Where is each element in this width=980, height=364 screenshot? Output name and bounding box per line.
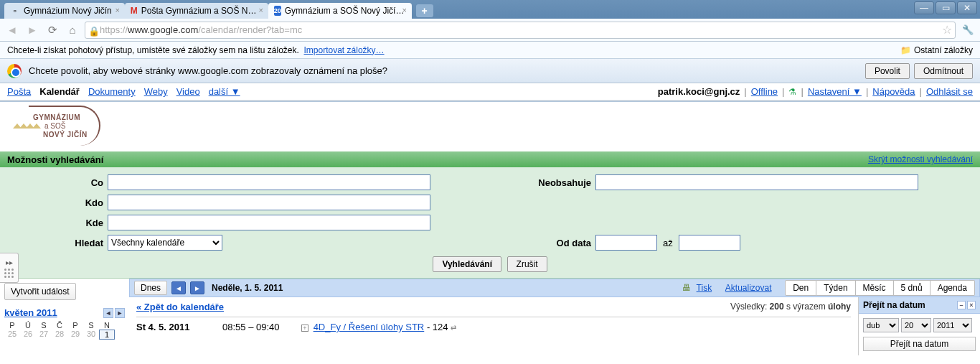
folder-icon: 📁	[900, 45, 911, 55]
view-month[interactable]: Měsíc	[856, 280, 894, 296]
chrome-icon	[7, 64, 22, 78]
minimize-panel-icon[interactable]: –	[957, 301, 966, 309]
goto-date-panel: Přejít na datum – × dub 20 2011 Přejít n…	[858, 297, 980, 355]
settings-link[interactable]: Nastavení ▼	[808, 86, 862, 97]
goto-month-select[interactable]: dub	[863, 318, 899, 332]
browser-tab-2[interactable]: 20 Gymnázium a SOŠ Nový Jičí… ×	[268, 3, 412, 19]
close-icon[interactable]: ×	[113, 6, 122, 14]
gbar-link-kalendar[interactable]: Kalendář	[39, 86, 80, 97]
search-options-header: Možnosti vyhledávání Skrýt možnosti vyhl…	[0, 151, 980, 167]
signout-link[interactable]: Odhlásit se	[926, 86, 973, 97]
url-host: www.google.com	[128, 24, 198, 35]
window-maximize-button[interactable]: ▭	[936, 1, 956, 14]
label-not: Neobsahuje	[430, 177, 595, 188]
input-where[interactable]	[108, 215, 430, 230]
bookmark-star-icon[interactable]: ☆	[942, 23, 952, 37]
gmail-icon: M	[131, 6, 138, 16]
goto-day-select[interactable]: 20	[901, 318, 931, 332]
event-time: 08:55 – 09:40	[222, 322, 301, 332]
gbar-link-more[interactable]: další ▼	[209, 86, 240, 97]
goto-year-select[interactable]: 2011	[933, 318, 972, 332]
other-bookmarks-link[interactable]: Ostatní záložky	[914, 45, 973, 55]
allow-button[interactable]: Povolit	[865, 63, 910, 79]
search-button[interactable]: Vyhledávání	[433, 256, 501, 272]
search-title: Možnosti vyhledávání	[7, 154, 103, 165]
calendar-badge-icon: 20	[274, 6, 281, 16]
prev-period-button[interactable]: ◄	[171, 281, 186, 294]
select-searchin[interactable]: Všechny kalendáře	[108, 235, 222, 251]
input-from-date[interactable]	[595, 235, 657, 251]
event-title-link[interactable]: 4D_Fy / Řešení úlohy STR	[314, 322, 425, 332]
back-button[interactable]: ◄	[4, 22, 20, 38]
tab-title: Pošta Gymnázium a SOŠ N…	[141, 6, 257, 16]
reload-button[interactable]: ⟳	[44, 22, 60, 38]
today-button[interactable]: Dnes	[134, 281, 167, 295]
labs-icon[interactable]: ⚗	[788, 87, 796, 97]
wrench-menu-icon[interactable]: 🔧	[960, 22, 976, 38]
label-what: Co	[7, 177, 108, 188]
input-to-date[interactable]	[679, 235, 740, 251]
expand-icon[interactable]: +	[301, 325, 308, 332]
label-fromdate: Od data	[430, 238, 595, 248]
refresh-link[interactable]: Aktualizovat	[725, 283, 772, 293]
next-period-button[interactable]: ►	[190, 281, 204, 294]
deny-button[interactable]: Odmítnout	[914, 63, 973, 79]
input-not[interactable]	[595, 174, 918, 190]
right-content: Dnes ◄ ► Neděle, 1. 5. 2011 🖶 Tisk Aktua…	[129, 279, 980, 355]
browser-tab-1[interactable]: M Pošta Gymnázium a SOŠ N… ×	[125, 3, 268, 19]
window-close-button[interactable]: ✕	[957, 1, 977, 14]
help-link[interactable]: Nápověda	[872, 86, 915, 97]
results-list: « Zpět do kalendáře Výsledky: 200 s výra…	[129, 297, 858, 355]
recurring-icon: ⇄	[451, 324, 456, 332]
infobar-text: Chcete povolit, aby webové stránky www.g…	[29, 65, 387, 76]
back-to-calendar-link[interactable]: « Zpět do kalendáře	[136, 302, 224, 312]
offline-link[interactable]: Offline	[751, 86, 778, 97]
mini-prev-month[interactable]: ◄	[103, 308, 113, 318]
input-what[interactable]	[108, 174, 430, 190]
close-panel-icon[interactable]: ×	[967, 301, 976, 309]
event-suffix: - 124	[427, 322, 448, 332]
main-area: Vytvořit událost květen 2011 ◄ ► PÚSČPSN…	[0, 279, 980, 355]
date-toolbar: Dnes ◄ ► Neděle, 1. 5. 2011 🖶 Tisk Aktua…	[129, 279, 980, 297]
notification-infobar: Chcete povolit, aby webové stránky www.g…	[0, 59, 980, 83]
gbar-link-weby[interactable]: Weby	[144, 86, 168, 97]
label-where: Kde	[7, 218, 108, 228]
mini-calendar[interactable]: PÚSČPSN 2526272829301	[4, 321, 125, 340]
print-link[interactable]: Tisk	[697, 283, 712, 293]
tab-title: Gymnázium Nový Jičín	[24, 6, 112, 16]
url-path: /calendar/render?tab=mc	[198, 24, 302, 35]
window-minimize-button[interactable]: —	[914, 1, 934, 14]
side-drawer-handle[interactable]: ▸▸	[0, 253, 19, 283]
close-icon[interactable]: ×	[400, 6, 409, 14]
home-button[interactable]: ⌂	[65, 22, 80, 38]
left-column: Vytvořit událost květen 2011 ◄ ► PÚSČPSN…	[0, 279, 129, 355]
user-email: patrik.koci@gnj.cz	[658, 86, 740, 97]
cancel-button[interactable]: Zrušit	[507, 256, 547, 272]
page-icon: ▫	[10, 6, 20, 16]
view-5days[interactable]: 5 dnů	[894, 280, 930, 296]
results-summary: Výsledky: 200 s výrazem úlohy	[730, 302, 851, 312]
gbar-link-dokumenty[interactable]: Dokumenty	[88, 86, 136, 97]
url-bar[interactable]: 🔒 https:// www.google.com /calendar/rend…	[85, 22, 956, 39]
new-tab-button[interactable]: +	[416, 4, 433, 17]
view-agenda[interactable]: Agenda	[930, 280, 975, 296]
event-row[interactable]: St 4. 5. 2011 08:55 – 09:40 + 4D_Fy / Ře…	[136, 322, 851, 332]
import-bookmarks-link[interactable]: Importovat záložky…	[304, 45, 385, 55]
create-event-button[interactable]: Vytvořit událost	[4, 283, 76, 300]
goto-date-button[interactable]: Přejít na datum	[863, 337, 976, 351]
mini-next-month[interactable]: ►	[115, 308, 125, 318]
gbar-link-video[interactable]: Video	[176, 86, 200, 97]
google-bar: Pošta Kalendář Dokumenty Weby Video dalš…	[0, 83, 980, 101]
view-day[interactable]: Den	[785, 280, 816, 296]
view-week[interactable]: Týden	[816, 280, 855, 296]
hide-search-options-link[interactable]: Skrýt možnosti vyhledávání	[868, 154, 973, 164]
mini-month-label[interactable]: květen 2011	[4, 307, 57, 318]
school-logo: GYMNÁZIUM a SOŠ NOVÝ JIČÍN	[7, 108, 115, 144]
forward-button[interactable]: ►	[24, 22, 40, 38]
close-icon[interactable]: ×	[257, 6, 265, 14]
gbar-link-posta[interactable]: Pošta	[7, 86, 31, 97]
current-date-label: Neděle, 1. 5. 2011	[212, 283, 283, 293]
goto-date-title: Přejít na datum	[863, 300, 925, 310]
browser-tab-0[interactable]: ▫ Gymnázium Nový Jičín ×	[4, 3, 125, 19]
input-who[interactable]	[108, 195, 430, 210]
